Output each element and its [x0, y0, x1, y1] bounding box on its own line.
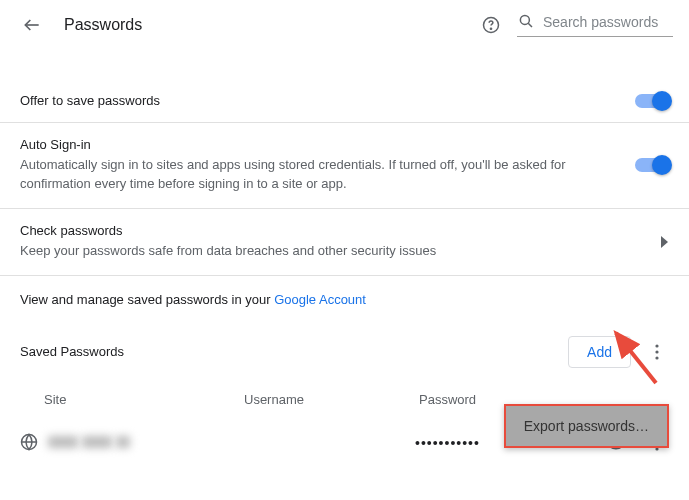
search-input[interactable]: [543, 14, 673, 30]
page-title: Passwords: [64, 16, 481, 34]
export-passwords-menu-item[interactable]: Export passwords…: [504, 404, 669, 448]
manage-prefix: View and manage saved passwords in your: [20, 292, 274, 307]
help-icon[interactable]: [481, 15, 501, 35]
search-field[interactable]: [517, 12, 673, 37]
offer-to-save-title: Offer to save passwords: [20, 93, 575, 108]
saved-passwords-more-icon[interactable]: [645, 340, 669, 364]
check-passwords-title: Check passwords: [20, 223, 591, 238]
auto-signin-toggle[interactable]: [635, 158, 669, 172]
saved-passwords-title: Saved Passwords: [20, 344, 568, 359]
search-icon: [517, 12, 537, 32]
header: Passwords: [0, 0, 689, 43]
offer-to-save-section: Offer to save passwords: [0, 79, 689, 122]
svg-point-3: [520, 15, 529, 24]
check-passwords-desc: Keep your passwords safe from data breac…: [20, 242, 591, 261]
manage-passwords-section: View and manage saved passwords in your …: [0, 275, 689, 322]
svg-point-2: [490, 28, 491, 29]
globe-icon: [20, 433, 40, 453]
auto-signin-title: Auto Sign-in: [20, 137, 575, 152]
site-cell: [48, 434, 240, 452]
add-button[interactable]: Add: [568, 336, 631, 368]
svg-point-6: [655, 344, 658, 347]
svg-line-4: [528, 23, 532, 27]
chevron-right-icon: [661, 236, 669, 248]
column-site: Site: [44, 392, 244, 407]
svg-point-8: [655, 356, 658, 359]
auto-signin-section: Auto Sign-in Automatically sign in to si…: [0, 122, 689, 208]
offer-to-save-toggle[interactable]: [635, 94, 669, 108]
svg-point-7: [655, 350, 658, 353]
column-username: Username: [244, 392, 419, 407]
svg-marker-5: [661, 236, 668, 248]
saved-passwords-header: Saved Passwords Add: [0, 322, 689, 380]
check-passwords-section[interactable]: Check passwords Keep your passwords safe…: [0, 208, 689, 275]
google-account-link[interactable]: Google Account: [274, 292, 366, 307]
back-arrow-icon[interactable]: [20, 13, 44, 37]
auto-signin-desc: Automatically sign in to sites and apps …: [20, 156, 575, 194]
